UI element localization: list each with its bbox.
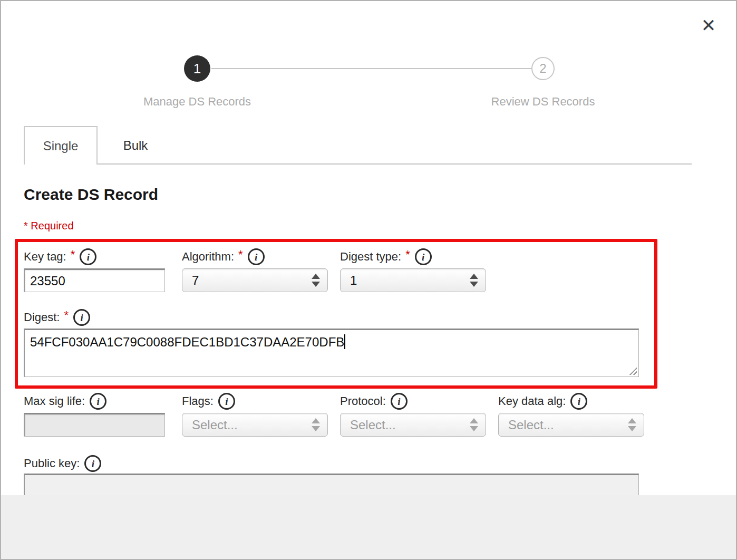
tab-single[interactable]: Single	[24, 126, 98, 165]
public-key-textarea[interactable]	[24, 474, 639, 496]
step-2-label: Review DS Records	[491, 95, 595, 109]
protocol-select[interactable]: Select...	[340, 413, 486, 437]
max-sig-life-info-icon[interactable]: i	[90, 393, 106, 410]
flags-label: Flags: i	[182, 392, 235, 410]
digest-label: Digest: * i	[24, 308, 90, 326]
public-key-info-icon[interactable]: i	[84, 455, 101, 472]
public-key-label: Public key: i	[24, 455, 101, 472]
algorithm-info-icon[interactable]: i	[248, 248, 265, 265]
step-1-indicator: 1	[184, 55, 210, 82]
digest-textarea[interactable]: 54FCF030AA1C79C0088FDEC1BD1C37DAA2E70DFB	[24, 329, 639, 377]
text-cursor	[344, 334, 345, 349]
flags-info-icon[interactable]: i	[218, 393, 235, 410]
create-ds-record-modal: ✕ 1 2 Manage DS Records Review DS Record…	[0, 0, 737, 560]
digest-info-icon[interactable]: i	[73, 309, 90, 326]
select-arrows-icon	[470, 418, 478, 431]
digest-type-label: Digest type: * i	[340, 248, 432, 266]
max-sig-life-label: Max sig life: i	[24, 392, 106, 410]
resize-handle-icon[interactable]	[629, 367, 637, 375]
page-title: Create DS Record	[24, 186, 158, 204]
required-note: * Required	[24, 220, 74, 232]
required-marker: *	[238, 248, 243, 262]
select-arrows-icon	[470, 274, 478, 287]
select-arrows-icon	[312, 418, 320, 431]
digest-type-info-icon[interactable]: i	[415, 248, 432, 265]
step-1-label: Manage DS Records	[143, 95, 251, 109]
digest-value: 54FCF030AA1C79C0088FDEC1BD1C37DAA2E70DFB	[30, 335, 344, 349]
required-marker: *	[64, 308, 69, 322]
key-data-alg-select[interactable]: Select...	[498, 413, 644, 437]
key-data-alg-label: Key data alg: i	[498, 392, 587, 410]
key-tag-label: Key tag: * i	[24, 248, 96, 266]
algorithm-label: Algorithm: * i	[182, 248, 265, 266]
flags-select[interactable]: Select...	[182, 413, 328, 437]
protocol-info-icon[interactable]: i	[391, 393, 408, 410]
digest-type-select[interactable]: 1	[340, 268, 486, 292]
close-icon[interactable]: ✕	[697, 14, 720, 37]
protocol-label: Protocol: i	[340, 392, 408, 410]
modal-footer: Cancel Back Next	[1, 495, 736, 559]
algorithm-select[interactable]: 7	[182, 268, 328, 292]
step-1-number: 1	[193, 61, 201, 77]
key-data-alg-info-icon[interactable]: i	[570, 393, 587, 410]
required-marker: *	[71, 248, 75, 262]
tab-underline	[24, 163, 692, 165]
max-sig-life-input[interactable]	[24, 413, 165, 437]
step-2-indicator: 2	[531, 57, 555, 80]
tab-bulk[interactable]: Bulk	[99, 126, 172, 165]
step-2-number: 2	[539, 61, 546, 76]
stepper-connector	[211, 68, 531, 69]
select-arrows-icon	[628, 418, 636, 431]
key-tag-input[interactable]	[24, 268, 165, 292]
required-marker: *	[405, 248, 410, 262]
key-tag-info-icon[interactable]: i	[80, 248, 96, 265]
select-arrows-icon	[312, 274, 320, 287]
